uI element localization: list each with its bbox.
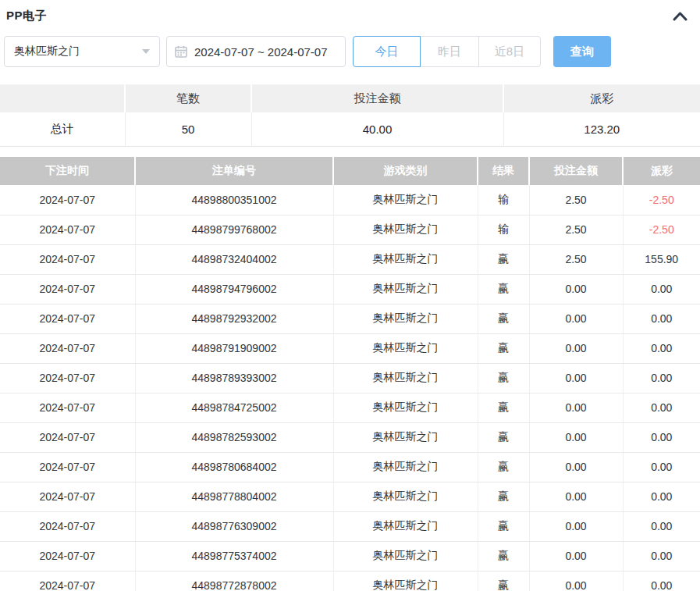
records-header-row: 下注时间 注单编号 游戏类别 结果 投注金额 派彩 [0,157,700,185]
col-header-game-category: 游戏类别 [333,157,478,185]
cell-payout: 0.00 [623,274,700,304]
table-row: 2024-07-0744898800351002奥林匹斯之门输2.50-2.50 [0,185,700,215]
cell-payout: -2.50 [623,215,700,244]
summary-col-count: 笔数 [125,85,251,112]
cell-game-category: 奥林匹斯之门 [333,274,478,304]
cell-bet-time: 2024-07-07 [0,363,135,393]
summary-bet-amount-value: 40.00 [251,112,503,147]
cell-result: 赢 [478,511,529,541]
cell-order-no: 44898732404002 [135,244,333,274]
summary-col-blank [0,85,125,112]
cell-game-category: 奥林匹斯之门 [333,185,478,215]
cell-game-category: 奥林匹斯之门 [333,452,478,482]
panel-header: PP电子 [0,0,700,23]
cell-bet-time: 2024-07-07 [0,215,135,244]
cell-payout: 0.00 [623,363,700,393]
date-range-value: 2024-07-07 ~ 2024-07-07 [194,45,328,59]
summary-total-label: 总计 [0,112,125,147]
cell-order-no: 44898776309002 [135,511,333,541]
cell-result: 赢 [478,571,529,591]
cell-result: 输 [478,185,529,215]
cell-payout: 0.00 [623,422,700,452]
col-header-bet-amount: 投注金额 [529,157,623,185]
table-row: 2024-07-0744898778804002奥林匹斯之门赢0.000.00 [0,482,700,511]
table-row: 2024-07-0744898776309002奥林匹斯之门赢0.000.00 [0,511,700,541]
cell-bet-amount: 0.00 [529,422,623,452]
cell-bet-time: 2024-07-07 [0,482,135,511]
cell-order-no: 44898792932002 [135,304,333,333]
cell-bet-time: 2024-07-07 [0,511,135,541]
summary-table: 笔数 投注金额 派彩 总计 50 40.00 123.20 [0,84,700,147]
cell-order-no: 44898780684002 [135,452,333,482]
summary-col-payout: 派彩 [503,85,700,112]
cell-result: 赢 [478,541,529,571]
cell-bet-amount: 0.00 [529,511,623,541]
cell-payout: 0.00 [623,571,700,591]
summary-payout-value: 123.20 [503,112,700,147]
cell-bet-time: 2024-07-07 [0,452,135,482]
cell-payout: 0.00 [623,304,700,333]
cell-bet-amount: 2.50 [529,244,623,274]
cell-payout: 155.90 [623,244,700,274]
game-select[interactable]: 奥林匹斯之门 [4,36,160,67]
cell-payout: -2.50 [623,185,700,215]
caret-down-icon [142,49,150,54]
cell-bet-amount: 0.00 [529,571,623,591]
cell-bet-time: 2024-07-07 [0,244,135,274]
col-header-result: 结果 [478,157,529,185]
col-header-payout: 派彩 [623,157,700,185]
cell-payout: 0.00 [623,482,700,511]
cell-bet-amount: 0.00 [529,452,623,482]
cell-order-no: 44898772878002 [135,571,333,591]
cell-bet-time: 2024-07-07 [0,541,135,571]
cell-payout: 0.00 [623,511,700,541]
cell-bet-amount: 2.50 [529,185,623,215]
query-button[interactable]: 查询 [553,36,611,67]
table-row: 2024-07-0744898782593002奥林匹斯之门赢0.000.00 [0,422,700,452]
cell-bet-time: 2024-07-07 [0,333,135,363]
cell-order-no: 44898778804002 [135,482,333,511]
pp-games-panel: PP电子 奥林匹斯之门 2024-07-07 ~ 2024 [0,0,700,591]
cell-order-no: 44898789393002 [135,363,333,393]
cell-game-category: 奥林匹斯之门 [333,422,478,452]
cell-result: 赢 [478,452,529,482]
date-range-input[interactable]: 2024-07-07 ~ 2024-07-07 [166,36,346,67]
last-8-days-button[interactable]: 近8日 [478,36,541,67]
table-row: 2024-07-0744898792932002奥林匹斯之门赢0.000.00 [0,304,700,333]
cell-bet-time: 2024-07-07 [0,571,135,591]
cell-bet-amount: 0.00 [529,482,623,511]
cell-game-category: 奥林匹斯之门 [333,482,478,511]
collapse-button[interactable] [673,11,688,21]
cell-bet-amount: 0.00 [529,274,623,304]
cell-game-category: 奥林匹斯之门 [333,363,478,393]
cell-order-no: 44898782593002 [135,422,333,452]
cell-payout: 0.00 [623,333,700,363]
cell-order-no: 44898784725002 [135,393,333,422]
cell-bet-amount: 2.50 [529,215,623,244]
cell-result: 赢 [478,393,529,422]
today-button[interactable]: 今日 [353,36,421,67]
cell-bet-amount: 0.00 [529,304,623,333]
cell-game-category: 奥林匹斯之门 [333,511,478,541]
cell-bet-time: 2024-07-07 [0,422,135,452]
cell-result: 赢 [478,274,529,304]
yesterday-button[interactable]: 昨日 [420,36,479,67]
summary-header-row: 笔数 投注金额 派彩 [0,85,700,112]
cell-payout: 0.00 [623,393,700,422]
cell-order-no: 44898791909002 [135,333,333,363]
cell-game-category: 奥林匹斯之门 [333,215,478,244]
cell-result: 赢 [478,482,529,511]
cell-order-no: 44898800351002 [135,185,333,215]
cell-result: 赢 [478,363,529,393]
cell-result: 赢 [478,333,529,363]
cell-result: 输 [478,215,529,244]
cell-result: 赢 [478,244,529,274]
panel-title: PP电子 [6,9,47,23]
cell-order-no: 44898775374002 [135,541,333,571]
cell-payout: 0.00 [623,541,700,571]
cell-result: 赢 [478,304,529,333]
quick-date-button-group: 今日 昨日 近8日 [353,36,541,67]
calendar-icon [175,45,187,58]
table-row: 2024-07-0744898791909002奥林匹斯之门赢0.000.00 [0,333,700,363]
cell-game-category: 奥林匹斯之门 [333,571,478,591]
